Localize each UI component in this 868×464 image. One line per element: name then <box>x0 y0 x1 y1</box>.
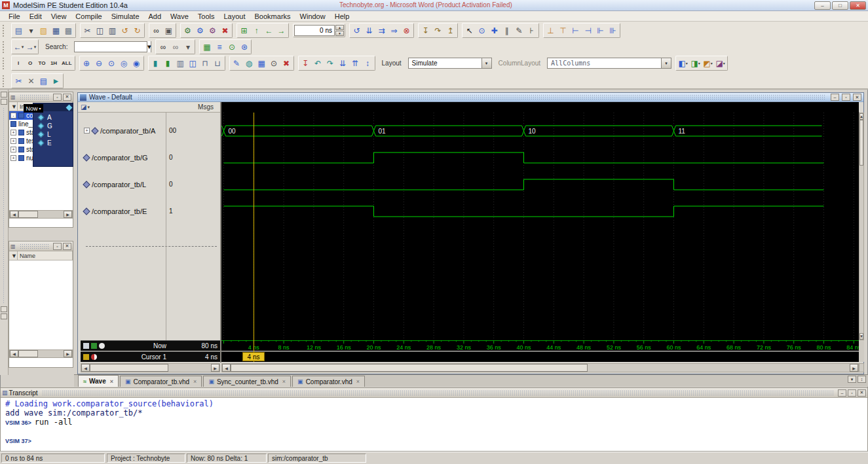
open-icon[interactable]: ▧ <box>37 24 50 37</box>
column-divider[interactable] <box>166 113 166 340</box>
clock-icon[interactable]: ◍ <box>243 57 255 69</box>
left-dock-strip[interactable] <box>0 90 9 375</box>
find-falling-edge-icon[interactable]: ↧ <box>299 57 312 69</box>
find-previous-icon[interactable]: ∞ <box>169 41 181 53</box>
spin-down-icon[interactable]: ▼ <box>335 31 344 36</box>
tab-wave[interactable]: ≈ Wave <box>78 375 119 387</box>
wave-cut-icon[interactable]: ⊥ <box>544 24 557 37</box>
save-icon[interactable]: ▦ <box>50 24 62 37</box>
wave-paste-icon[interactable]: ⊢ <box>569 24 582 37</box>
maximize-button[interactable]: □ <box>832 1 848 10</box>
memory-view-icon[interactable]: ▦ <box>200 41 213 53</box>
wave-selector-icon[interactable]: ◪ <box>81 103 86 111</box>
wave-window-titlebar[interactable]: Wave - Default – ▫ ✕ <box>78 93 863 102</box>
simulate-icon[interactable]: ⚙ <box>206 24 219 37</box>
elaborate-icon[interactable]: ⊞ <box>238 24 250 37</box>
wave-hscrollbar[interactable]: ◀ ▶ <box>221 363 859 372</box>
wave-shrink-icon[interactable]: ⊪ <box>607 24 619 37</box>
toolbar-drag-handle[interactable] <box>3 25 6 37</box>
search-dropdown-icon[interactable]: ▾ <box>147 41 151 52</box>
scroll-right-icon[interactable]: ▶ <box>211 364 219 372</box>
time-cursor-flag[interactable]: 4 ns <box>242 352 265 361</box>
zoom-range-icon[interactable]: ◉ <box>130 57 143 69</box>
menu-item[interactable]: Help <box>330 12 354 21</box>
scroll-left-icon[interactable]: ◀ <box>10 350 18 357</box>
tab-sync-counter-tb[interactable]: ▣ Sync_counter_tb.vhd <box>203 376 291 387</box>
msgs-column-header[interactable]: Msgs <box>166 103 217 111</box>
step-over-icon[interactable]: ↷ <box>432 24 444 37</box>
cursor-lock-icon[interactable] <box>83 354 89 360</box>
tree-expander-icon[interactable]: + <box>10 155 16 161</box>
structure-panel-header[interactable]: ▥ ▫ ✕ <box>9 92 73 102</box>
find-in-files-icon[interactable]: ▣ <box>162 24 175 37</box>
panel-close-icon[interactable]: ✕ <box>858 389 866 397</box>
spin-up-icon[interactable]: ▲ <box>335 25 344 30</box>
mode-o-button[interactable]: O <box>24 57 36 69</box>
dock-button[interactable] <box>1 99 7 105</box>
collapse-column-icon[interactable]: ▼ <box>9 102 18 111</box>
list-view-icon[interactable]: ≡ <box>213 41 225 53</box>
scroll-right-icon[interactable]: ▶ <box>64 211 72 218</box>
zoom-cursor-icon[interactable]: ◎ <box>118 57 130 69</box>
step-out-icon[interactable]: ↥ <box>444 24 457 37</box>
scroll-thumb[interactable] <box>18 350 38 357</box>
tab-close-icon[interactable] <box>356 378 360 385</box>
panel-drag-handle[interactable] <box>42 390 834 396</box>
object-item[interactable]: E <box>33 139 73 147</box>
wave-extend-icon[interactable]: ⊩ <box>594 24 607 37</box>
group-icon[interactable]: ⊓ <box>199 57 212 69</box>
stop-icon[interactable]: ⊗ <box>400 24 413 37</box>
mode-1h-button[interactable]: 1H <box>48 57 60 69</box>
break-icon[interactable]: ✖ <box>219 24 231 37</box>
menu-item[interactable]: Tools <box>193 12 219 21</box>
continue-run-icon[interactable]: ⇉ <box>375 24 388 37</box>
tab-updown-icon[interactable]: ↕ <box>858 376 866 383</box>
wave-signal-row[interactable]: /comparator_tb/G 0 <box>81 152 220 163</box>
cursor-label[interactable]: Cursor 1 <box>142 353 166 361</box>
layout-dropdown-icon[interactable]: ▾ <box>481 58 491 68</box>
dataflow-view-icon[interactable]: ⊛ <box>238 41 250 53</box>
processes-list[interactable] <box>9 260 73 349</box>
delete-wave-icon[interactable]: ✕ <box>25 75 37 87</box>
menu-item[interactable]: Simulate <box>107 12 144 21</box>
panel-dock-icon[interactable]: ▫ <box>53 243 62 250</box>
zoom-full-icon[interactable]: ⊙ <box>105 57 118 69</box>
dock-button[interactable] <box>1 313 7 319</box>
processes-panel-header[interactable]: ▥ ▫ ✕ <box>9 241 73 251</box>
tab-comparator[interactable]: ▣ Comparator.vhd <box>292 376 365 387</box>
menu-item[interactable]: Bookmarks <box>250 12 295 21</box>
annotate-icon[interactable]: ✎ <box>231 57 243 69</box>
redo-icon[interactable]: ↻ <box>131 24 143 37</box>
scroll-thumb[interactable] <box>859 120 863 166</box>
insert-blank-icon[interactable]: ▤ <box>37 75 50 87</box>
dock-handle[interactable] <box>3 107 5 304</box>
undo-icon[interactable]: ↺ <box>119 24 131 37</box>
signal-names-pane[interactable]: + /comparator_tb/A 00 /comparator_tb/G 0 <box>81 113 220 340</box>
layout-save-icon[interactable]: ◧▾ <box>677 57 689 69</box>
mode-i-button[interactable]: I <box>12 57 24 69</box>
panel-minimize-icon[interactable]: – <box>838 389 846 397</box>
scroll-right-icon[interactable]: ▶ <box>850 364 858 372</box>
mode-to-button[interactable]: TO <box>36 57 48 69</box>
scroll-up-icon[interactable]: ▲ <box>859 113 863 120</box>
tree-expander-icon[interactable]: + <box>10 130 16 135</box>
panel-dock-icon[interactable]: ▫ <box>848 389 856 397</box>
name-column-header[interactable]: Name <box>18 251 73 260</box>
dock-button[interactable] <box>1 306 7 312</box>
scroll-thumb[interactable] <box>18 211 38 218</box>
collapse-column-icon[interactable]: ▼ <box>9 251 18 260</box>
scroll-down-icon[interactable]: ▼ <box>859 333 863 340</box>
tree-expander-icon[interactable]: + <box>10 147 16 152</box>
scroll-left-icon[interactable]: ◀ <box>81 364 90 372</box>
names-hscrollbar[interactable]: ◀ ▶ <box>81 363 220 372</box>
restart-icon[interactable]: ↺ <box>350 24 363 37</box>
previous-transition-icon[interactable]: ↶ <box>312 57 324 69</box>
pan-mode-icon[interactable]: ✚ <box>488 24 500 37</box>
split-pane-icon[interactable]: ◫ <box>187 57 199 69</box>
new-file-icon[interactable]: ▤ <box>12 24 25 37</box>
transcript-header[interactable]: ▥ Transcript – ▫ ✕ <box>1 388 867 398</box>
transcript-body[interactable]: # Loading work.comparator_source(behavio… <box>1 398 867 451</box>
move-down-icon[interactable]: ⇊ <box>337 57 349 69</box>
wave-undock-icon[interactable]: ▫ <box>842 94 850 101</box>
zoom-in-icon[interactable]: ⊕ <box>81 57 93 69</box>
